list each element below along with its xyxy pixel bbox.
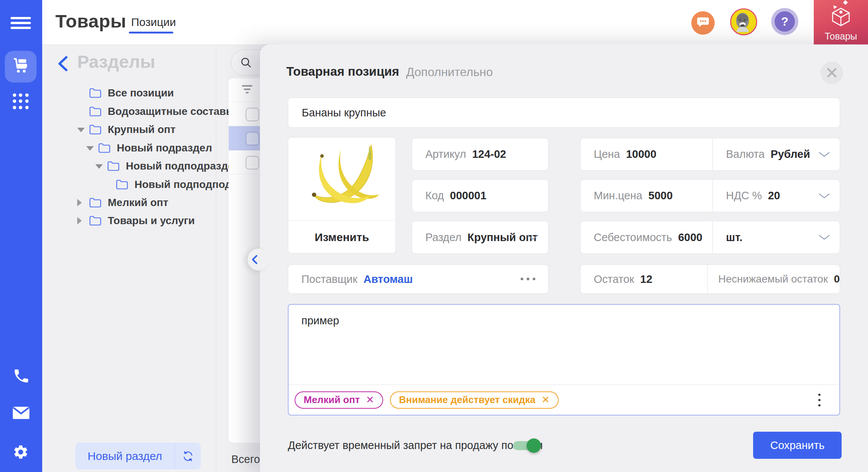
cost-field[interactable]: Себестоимость 6000: [581, 221, 712, 254]
tree-item-all-positions[interactable]: Все позиции: [89, 85, 174, 101]
filter-icon[interactable]: [241, 85, 253, 95]
folder-icon: [116, 179, 128, 190]
caret-right-icon[interactable]: [77, 199, 82, 206]
tag-small-wholesale[interactable]: Мелкий опт ✕: [295, 391, 383, 409]
tag-remove-icon[interactable]: ✕: [541, 394, 550, 406]
new-section-label: Новый раздел: [75, 450, 174, 463]
mail-icon[interactable]: [12, 406, 30, 423]
folder-icon: [89, 215, 102, 226]
collapse-chevron-icon: [251, 255, 258, 264]
caret-down-icon[interactable]: [86, 146, 94, 151]
code-field[interactable]: Код 000001: [412, 179, 549, 212]
back-icon[interactable]: [55, 55, 72, 72]
row-checkbox[interactable]: [246, 132, 259, 145]
caret-down-icon[interactable]: [95, 164, 103, 169]
tab-additional[interactable]: Дополнительно: [406, 65, 493, 79]
folder-icon: [107, 160, 120, 172]
products-app-button[interactable]: Товары: [814, 0, 868, 44]
folder-icon: [98, 142, 111, 154]
chat-bubble-icon: [696, 15, 710, 31]
chevron-down-icon: [819, 235, 830, 242]
product-image-card: Изменить: [288, 137, 396, 254]
sale-ban-toggle[interactable]: [513, 441, 539, 450]
unit-dropdown[interactable]: шт.: [713, 221, 840, 254]
apps-grid-icon[interactable]: [13, 93, 29, 110]
app-window: Товары Позиции ?: [0, 0, 868, 472]
avatar-photo: [731, 9, 754, 32]
new-section-button[interactable]: Новый раздел: [75, 443, 201, 469]
save-button[interactable]: Сохранить: [753, 432, 842, 459]
supplier-link[interactable]: Автомаш: [364, 273, 413, 286]
caret-down-icon[interactable]: [77, 128, 85, 132]
products-cube-icon: [829, 0, 853, 30]
products-app-label: Товары: [825, 31, 857, 42]
cost-unit-row: Себестоимость 6000 шт.: [580, 221, 840, 254]
folder-icon: [89, 197, 102, 208]
menu-icon[interactable]: [11, 17, 31, 32]
stock-field[interactable]: Остаток 12: [581, 265, 708, 293]
stock-row: Остаток 12 Неснижаемый остаток 0: [580, 264, 840, 294]
minprice-vat-row: Мин.цена 5000 НДС % 20: [580, 179, 840, 212]
min-price-field[interactable]: Мин.цена 5000: [581, 180, 712, 212]
price-field[interactable]: Цена 10000: [581, 138, 712, 170]
ellipsis-icon[interactable]: [521, 278, 535, 280]
tab-product-position[interactable]: Товарная позиция: [286, 64, 399, 79]
caret-right-icon[interactable]: [77, 217, 82, 225]
question-icon: ?: [775, 11, 795, 32]
section-dropdown[interactable]: Раздел Крупный опт: [412, 221, 549, 254]
tag-remove-icon[interactable]: ✕: [366, 394, 374, 406]
row-checkbox[interactable]: [246, 156, 259, 170]
sections-title: Разделы: [77, 51, 155, 72]
sale-ban-label: Действует временный запрет на продажу по…: [288, 439, 543, 452]
tree-item-large-wholesale[interactable]: Крупный опт: [89, 121, 176, 138]
description-box: пример Мелкий опт ✕ Внимание действует с…: [288, 304, 840, 415]
tree-item-goods-services[interactable]: Товары и услуги: [89, 212, 195, 229]
chevron-down-icon: [527, 235, 538, 242]
price-currency-row: Цена 10000 Валюта Рублей: [580, 138, 840, 171]
cart-icon: [11, 57, 30, 77]
user-avatar[interactable]: [730, 8, 757, 35]
tree-item-new-subsubsub[interactable]: Новый подподпод…: [116, 176, 242, 193]
change-image-button[interactable]: Изменить: [288, 221, 396, 254]
vat-dropdown[interactable]: НДС % 20: [713, 180, 840, 212]
gear-icon[interactable]: [12, 444, 30, 461]
tags-row: Мелкий опт ✕ Внимание действует скидка ✕: [295, 385, 833, 415]
currency-dropdown[interactable]: Валюта Рублей: [713, 138, 840, 170]
chevron-down-icon: [819, 152, 830, 159]
tree-item-new-subsubsection[interactable]: Новый подподраздел: [107, 158, 240, 174]
tree-item-new-subsection[interactable]: Новый подраздел: [98, 140, 212, 156]
close-icon: [827, 67, 837, 78]
page-title: Товары: [55, 11, 126, 32]
product-name-input[interactable]: Бананы крупные: [288, 98, 840, 128]
supplier-field[interactable]: Поставщик Автомаш: [288, 264, 549, 294]
tree-item-waterproof[interactable]: Водозащитные составы: [89, 103, 235, 120]
panel-divider: [216, 44, 216, 472]
header: Товары Позиции ?: [42, 0, 868, 45]
chevron-down-icon: [819, 193, 830, 200]
chat-button[interactable]: [691, 11, 715, 35]
sku-field[interactable]: Артикул 124-02: [412, 138, 549, 171]
kebab-menu-icon[interactable]: [817, 392, 822, 408]
tab-active-underline: [129, 32, 173, 34]
help-button[interactable]: ?: [771, 8, 798, 35]
rail-item-products-active[interactable]: [5, 51, 37, 82]
folder-icon: [89, 87, 102, 99]
tree-item-small-wholesale[interactable]: Мелкий опт: [89, 194, 168, 211]
tag-discount-warning[interactable]: Внимание действует скидка ✕: [390, 391, 559, 409]
tab-positions[interactable]: Позиции: [131, 16, 176, 29]
search-icon: [240, 56, 252, 70]
collapse-panel-button[interactable]: [248, 249, 269, 270]
folder-icon: [89, 106, 102, 117]
min-stock-field[interactable]: Неснижаемый остаток 0: [708, 265, 840, 293]
folder-icon: [89, 124, 102, 135]
description-textarea[interactable]: пример: [301, 315, 339, 327]
close-button[interactable]: [821, 61, 843, 84]
row-checkbox[interactable]: [246, 108, 259, 121]
product-image: [288, 137, 396, 221]
phone-icon[interactable]: [12, 367, 30, 385]
product-modal: Товарная позиция Дополнительно Бананы кр…: [260, 44, 868, 472]
toggle-knob: [527, 438, 541, 453]
left-rail: [0, 0, 42, 472]
refresh-icon[interactable]: [175, 450, 201, 463]
